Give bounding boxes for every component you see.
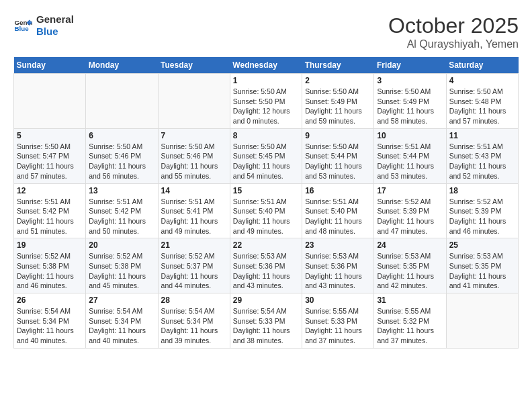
logo: General Blue General Blue (13, 13, 74, 38)
day-number: 13 (89, 186, 154, 195)
day-number: 10 (377, 131, 443, 140)
day-info: Sunrise: 5:51 AM Sunset: 5:42 PM Dayligh… (89, 197, 154, 236)
calendar-cell (158, 74, 230, 129)
header: General Blue General Blue October 2025 A… (13, 13, 519, 50)
calendar-cell: 3Sunrise: 5:50 AM Sunset: 5:49 PM Daylig… (374, 74, 446, 129)
day-number: 12 (17, 186, 83, 195)
logo-text-general: General (36, 13, 74, 26)
day-number: 26 (17, 295, 83, 305)
calendar-cell: 10Sunrise: 5:51 AM Sunset: 5:44 PM Dayli… (374, 128, 446, 183)
day-info: Sunrise: 5:50 AM Sunset: 5:50 PM Dayligh… (233, 87, 299, 126)
day-number: 29 (233, 295, 299, 305)
day-number: 8 (233, 131, 299, 140)
day-info: Sunrise: 5:53 AM Sunset: 5:35 PM Dayligh… (377, 251, 443, 291)
day-number: 31 (377, 295, 443, 305)
location-title: Al Qurayshiyah, Yemen (388, 38, 519, 50)
day-number: 19 (17, 240, 83, 250)
day-info: Sunrise: 5:52 AM Sunset: 5:39 PM Dayligh… (449, 197, 515, 236)
calendar-cell: 6Sunrise: 5:50 AM Sunset: 5:46 PM Daylig… (86, 128, 158, 183)
calendar-cell: 26Sunrise: 5:54 AM Sunset: 5:34 PM Dayli… (14, 293, 86, 349)
day-info: Sunrise: 5:52 AM Sunset: 5:38 PM Dayligh… (89, 251, 154, 291)
calendar-table: SundayMondayTuesdayWednesdayThursdayFrid… (13, 57, 519, 349)
calendar-cell (14, 74, 86, 129)
calendar-week-row: 5Sunrise: 5:50 AM Sunset: 5:47 PM Daylig… (14, 128, 519, 183)
calendar-cell: 25Sunrise: 5:53 AM Sunset: 5:35 PM Dayli… (446, 238, 518, 293)
day-info: Sunrise: 5:50 AM Sunset: 5:46 PM Dayligh… (161, 142, 227, 181)
page-container: General Blue General Blue October 2025 A… (0, 0, 532, 355)
title-section: October 2025 Al Qurayshiyah, Yemen (388, 13, 519, 50)
calendar-week-row: 19Sunrise: 5:52 AM Sunset: 5:38 PM Dayli… (14, 238, 519, 293)
day-info: Sunrise: 5:51 AM Sunset: 5:43 PM Dayligh… (449, 142, 515, 181)
calendar-week-row: 12Sunrise: 5:51 AM Sunset: 5:42 PM Dayli… (14, 183, 519, 238)
calendar-cell: 11Sunrise: 5:51 AM Sunset: 5:43 PM Dayli… (446, 128, 518, 183)
day-info: Sunrise: 5:55 AM Sunset: 5:33 PM Dayligh… (305, 306, 371, 346)
day-info: Sunrise: 5:55 AM Sunset: 5:32 PM Dayligh… (377, 306, 443, 346)
day-number: 28 (161, 295, 227, 305)
calendar-cell: 20Sunrise: 5:52 AM Sunset: 5:38 PM Dayli… (86, 238, 158, 293)
day-number: 11 (449, 131, 515, 140)
calendar-cell: 5Sunrise: 5:50 AM Sunset: 5:47 PM Daylig… (14, 128, 86, 183)
logo-text-blue: Blue (36, 26, 74, 38)
calendar-cell: 15Sunrise: 5:51 AM Sunset: 5:40 PM Dayli… (230, 183, 302, 238)
day-number: 30 (305, 295, 371, 305)
svg-text:Blue: Blue (14, 25, 29, 32)
calendar-cell: 12Sunrise: 5:51 AM Sunset: 5:42 PM Dayli… (14, 183, 86, 238)
day-info: Sunrise: 5:51 AM Sunset: 5:40 PM Dayligh… (233, 197, 299, 236)
calendar-cell (446, 293, 518, 349)
calendar-cell: 8Sunrise: 5:50 AM Sunset: 5:45 PM Daylig… (230, 128, 302, 183)
calendar-cell: 31Sunrise: 5:55 AM Sunset: 5:32 PM Dayli… (374, 293, 446, 349)
day-number: 18 (449, 186, 515, 195)
day-number: 22 (233, 240, 299, 250)
day-number: 2 (305, 76, 371, 85)
calendar-cell: 28Sunrise: 5:54 AM Sunset: 5:34 PM Dayli… (158, 293, 230, 349)
day-info: Sunrise: 5:50 AM Sunset: 5:44 PM Dayligh… (305, 142, 371, 181)
day-number: 5 (17, 131, 83, 140)
calendar-header-saturday: Saturday (446, 57, 518, 74)
day-info: Sunrise: 5:54 AM Sunset: 5:34 PM Dayligh… (161, 306, 227, 346)
calendar-cell: 21Sunrise: 5:52 AM Sunset: 5:37 PM Dayli… (158, 238, 230, 293)
calendar-cell: 27Sunrise: 5:54 AM Sunset: 5:34 PM Dayli… (86, 293, 158, 349)
calendar-cell: 14Sunrise: 5:51 AM Sunset: 5:41 PM Dayli… (158, 183, 230, 238)
day-number: 16 (305, 186, 371, 195)
calendar-cell: 19Sunrise: 5:52 AM Sunset: 5:38 PM Dayli… (14, 238, 86, 293)
calendar-cell: 1Sunrise: 5:50 AM Sunset: 5:50 PM Daylig… (230, 74, 302, 129)
calendar-header-friday: Friday (374, 57, 446, 74)
calendar-header-monday: Monday (86, 57, 158, 74)
day-info: Sunrise: 5:52 AM Sunset: 5:38 PM Dayligh… (17, 251, 83, 291)
day-info: Sunrise: 5:51 AM Sunset: 5:42 PM Dayligh… (17, 197, 83, 236)
day-number: 24 (377, 240, 443, 250)
day-number: 6 (89, 131, 154, 140)
day-number: 3 (377, 76, 443, 85)
day-info: Sunrise: 5:51 AM Sunset: 5:40 PM Dayligh… (305, 197, 371, 236)
day-number: 23 (305, 240, 371, 250)
day-number: 14 (161, 186, 227, 195)
day-info: Sunrise: 5:54 AM Sunset: 5:34 PM Dayligh… (89, 306, 154, 346)
day-number: 25 (449, 240, 515, 250)
day-info: Sunrise: 5:50 AM Sunset: 5:49 PM Dayligh… (377, 87, 443, 126)
day-number: 4 (449, 76, 515, 85)
calendar-cell: 13Sunrise: 5:51 AM Sunset: 5:42 PM Dayli… (86, 183, 158, 238)
day-number: 9 (305, 131, 371, 140)
calendar-cell: 30Sunrise: 5:55 AM Sunset: 5:33 PM Dayli… (302, 293, 374, 349)
logo-icon: General Blue (13, 16, 32, 35)
calendar-cell: 23Sunrise: 5:53 AM Sunset: 5:36 PM Dayli… (302, 238, 374, 293)
day-number: 7 (161, 131, 227, 140)
calendar-cell: 17Sunrise: 5:52 AM Sunset: 5:39 PM Dayli… (374, 183, 446, 238)
calendar-cell: 22Sunrise: 5:53 AM Sunset: 5:36 PM Dayli… (230, 238, 302, 293)
day-info: Sunrise: 5:50 AM Sunset: 5:48 PM Dayligh… (449, 87, 515, 126)
day-info: Sunrise: 5:54 AM Sunset: 5:33 PM Dayligh… (233, 306, 299, 346)
calendar-header-row: SundayMondayTuesdayWednesdayThursdayFrid… (14, 57, 519, 74)
calendar-header-tuesday: Tuesday (158, 57, 230, 74)
day-info: Sunrise: 5:51 AM Sunset: 5:44 PM Dayligh… (377, 142, 443, 181)
calendar-cell: 29Sunrise: 5:54 AM Sunset: 5:33 PM Dayli… (230, 293, 302, 349)
day-number: 15 (233, 186, 299, 195)
calendar-cell: 18Sunrise: 5:52 AM Sunset: 5:39 PM Dayli… (446, 183, 518, 238)
calendar-week-row: 26Sunrise: 5:54 AM Sunset: 5:34 PM Dayli… (14, 293, 519, 349)
calendar-cell: 16Sunrise: 5:51 AM Sunset: 5:40 PM Dayli… (302, 183, 374, 238)
day-info: Sunrise: 5:50 AM Sunset: 5:47 PM Dayligh… (17, 142, 83, 181)
day-info: Sunrise: 5:53 AM Sunset: 5:36 PM Dayligh… (305, 251, 371, 291)
calendar-cell: 24Sunrise: 5:53 AM Sunset: 5:35 PM Dayli… (374, 238, 446, 293)
day-number: 27 (89, 295, 154, 305)
day-number: 20 (89, 240, 154, 250)
day-info: Sunrise: 5:52 AM Sunset: 5:37 PM Dayligh… (161, 251, 227, 291)
